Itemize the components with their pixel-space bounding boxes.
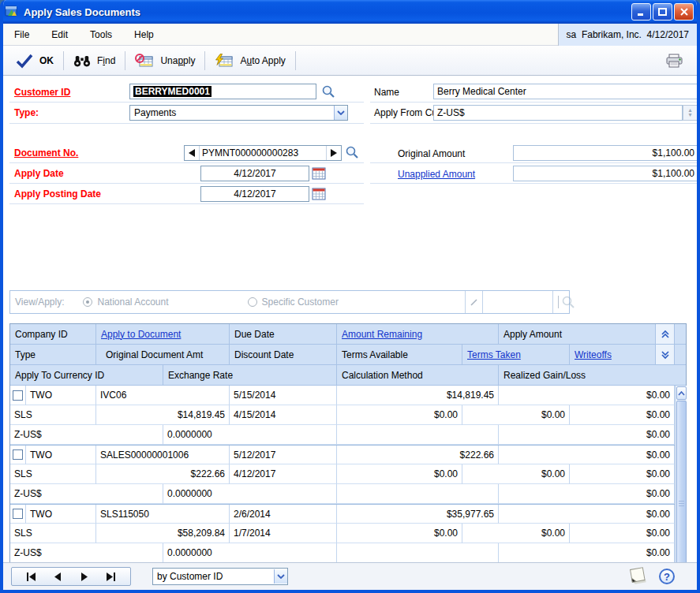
unapplied-amount-link[interactable]: Unapplied Amount	[398, 169, 475, 180]
cell-exchange-rate: 0.0000000	[163, 425, 337, 445]
minimize-button[interactable]	[631, 3, 651, 21]
cell-exchange-rate: 0.0000000	[163, 543, 337, 563]
sort-by-dropdown[interactable]: by Customer ID	[152, 568, 288, 585]
original-amount-label: Original Amount	[398, 148, 465, 159]
header-apply-to-document-link[interactable]: Apply to Document	[101, 329, 181, 340]
menu-help[interactable]: Help	[123, 25, 165, 44]
apply-from-currency-field: Z-US$	[433, 105, 683, 121]
header-terms-taken-link[interactable]: Terms Taken	[467, 349, 521, 360]
table-row: SLS $222.66 4/12/2017 $0.00 $0.00 $0.00	[10, 464, 675, 484]
cell-due-date: 5/15/2014	[230, 386, 337, 405]
apply-date-calendar-button[interactable]	[311, 166, 327, 181]
apply-date-field[interactable]: 4/12/2017	[200, 166, 309, 181]
customer-id-label[interactable]: Customer ID	[14, 87, 70, 98]
customer-note-button-disabled	[465, 291, 482, 313]
menu-edit[interactable]: Edit	[40, 25, 79, 44]
question-mark-icon: ?	[664, 571, 670, 583]
apply-posting-date-label: Apply Posting Date	[14, 188, 101, 200]
document-no-label[interactable]: Document No.	[14, 147, 78, 159]
next-record-button[interactable]	[327, 146, 341, 160]
menu-tools[interactable]: Tools	[79, 25, 123, 44]
collapse-rows-button[interactable]	[656, 324, 675, 345]
cell-document: SALES00000001006	[96, 446, 230, 464]
unapplied-amount-field: $1,100.00	[513, 166, 698, 181]
document-no-field[interactable]: PYMNT000000000283	[199, 146, 327, 160]
maximize-button[interactable]	[653, 3, 672, 21]
print-button[interactable]	[659, 50, 691, 71]
find-button[interactable]: Find	[67, 51, 122, 70]
table-row: SLS $14,819.45 4/15/2014 $0.00 $0.00 $0.…	[10, 405, 675, 425]
cell-document: SLS115050	[96, 505, 230, 524]
table-row: TWO SALES00000001006 5/12/2017 $222.66 $…	[10, 445, 675, 464]
grid-header: Company ID Apply to Document Due Date Am…	[10, 324, 686, 386]
double-chevron-up-icon	[661, 330, 670, 339]
cell-type: SLS	[10, 464, 96, 484]
header-exchange-rate: Exchange Rate	[163, 365, 337, 386]
cell-exchange-rate: 0.0000000	[163, 484, 337, 504]
type-value: Payments	[130, 107, 334, 118]
menu-file[interactable]: File	[3, 25, 40, 44]
header-amount-remaining-link[interactable]: Amount Remaining	[342, 329, 422, 340]
cell-amount-remaining: $222.66	[337, 446, 499, 464]
apply-date-label: Apply Date	[14, 168, 64, 179]
name-field: Berry Medical Center	[433, 84, 698, 99]
unapply-button[interactable]: Unapply	[129, 50, 201, 71]
apply-row-checkbox[interactable]	[13, 509, 23, 519]
sort-by-value: by Customer ID	[153, 571, 274, 582]
chevron-down-icon[interactable]	[274, 569, 287, 584]
title-bar[interactable]: Apply Sales Documents	[0, 0, 700, 24]
customer-lookup-button[interactable]	[320, 84, 337, 99]
ok-button[interactable]: OK	[9, 50, 60, 72]
table-row: SLS $58,209.84 1/7/2014 $0.00 $0.00 $0.0…	[10, 524, 675, 543]
help-button[interactable]: ?	[659, 569, 675, 584]
maximize-icon	[658, 8, 667, 16]
apply-posting-date-calendar-button[interactable]	[311, 187, 327, 201]
apply-grid: Company ID Apply to Document Due Date Am…	[9, 323, 687, 593]
unapply-icon	[135, 54, 154, 68]
next-record-button[interactable]	[74, 569, 95, 584]
table-row: Z-US$ 0.0000000 $0.00	[10, 484, 675, 504]
cell-terms-taken: $0.00	[462, 464, 570, 484]
note-button[interactable]	[626, 565, 649, 589]
cell-type: SLS	[10, 405, 96, 425]
type-dropdown[interactable]: Payments	[129, 105, 348, 121]
cell-writeoffs: $0.00	[570, 405, 675, 425]
cell-apply-amount[interactable]: $0.00	[499, 386, 675, 405]
cell-apply-amount[interactable]: $0.00	[499, 446, 675, 464]
first-record-button[interactable]	[21, 569, 42, 584]
apply-row-checkbox[interactable]	[13, 449, 23, 460]
name-label: Name	[374, 87, 399, 98]
auto-apply-button[interactable]: Auto Apply	[208, 50, 291, 71]
cell-company: TWO	[26, 446, 96, 464]
close-icon	[680, 8, 688, 16]
apply-posting-date-field[interactable]: 4/12/2017	[200, 186, 309, 202]
scroll-up-button[interactable]	[676, 386, 687, 400]
cell-currency: Z-US$	[10, 425, 163, 445]
cell-apply-amount[interactable]: $0.00	[499, 505, 675, 524]
binoculars-icon	[73, 54, 91, 67]
apply-sales-documents-window: Apply Sales Documents File Edit Tools He…	[0, 0, 700, 593]
cell-terms-taken: $0.00	[462, 405, 570, 425]
expand-rows-button[interactable]	[656, 345, 675, 365]
menu-bar: File Edit Tools Help sa Fabrikam, Inc. 4…	[3, 24, 697, 46]
last-record-button[interactable]	[100, 569, 121, 584]
last-record-icon	[105, 572, 116, 581]
chevron-down-icon[interactable]	[334, 106, 347, 120]
customer-id-field[interactable]: BERRYMED0001	[129, 84, 316, 99]
previous-record-button[interactable]	[185, 146, 199, 160]
cell-currency: Z-US$	[10, 484, 163, 504]
header-original-document-amt: Original Document Amt	[96, 345, 230, 365]
apply-row-checkbox[interactable]	[13, 390, 23, 401]
cell-terms-available: $0.00	[337, 405, 462, 425]
close-button[interactable]	[674, 3, 694, 21]
document-lookup-button[interactable]	[343, 144, 361, 160]
header-writeoffs-link[interactable]: Writeoffs	[575, 349, 612, 360]
calendar-icon	[312, 167, 326, 180]
printer-icon	[665, 54, 684, 68]
form-area: Customer ID BERRYMED0001 Name Berry Medi…	[3, 76, 697, 562]
header-terms-available: Terms Available	[337, 345, 462, 365]
minimize-icon	[638, 9, 646, 16]
right-arrow-icon	[331, 149, 337, 157]
previous-record-button[interactable]	[47, 569, 68, 584]
view-apply-bar: View/Apply: National Account Specific Cu…	[9, 290, 570, 314]
